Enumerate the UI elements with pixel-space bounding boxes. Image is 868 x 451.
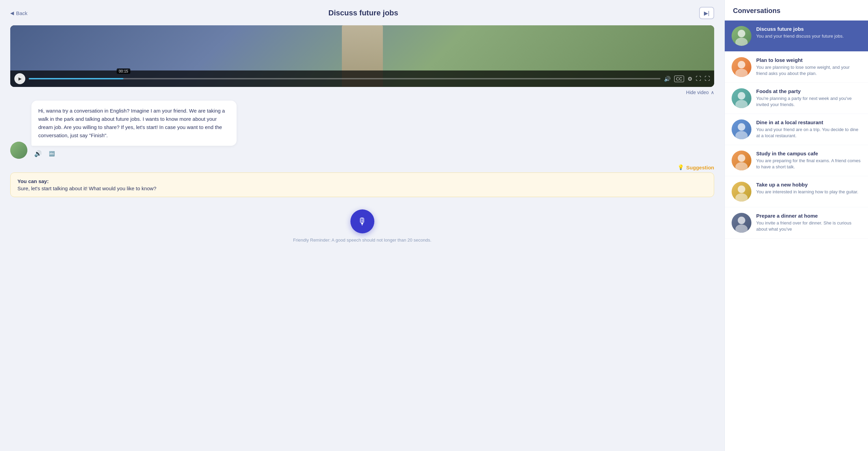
message-bubble: Hi, wanna try a conversation in English?… <box>31 101 237 146</box>
conv-desc: You are preparing for the final exams. A… <box>756 158 861 170</box>
conv-text: Study in the campus cafe You are prepari… <box>756 151 861 170</box>
message-content: Hi, wanna try a conversation in English?… <box>31 101 237 159</box>
conversation-item[interactable]: Plan to lose weight You are planning to … <box>725 52 868 83</box>
conv-desc: You are planning to lose some weight, an… <box>756 64 861 77</box>
conv-text: Dine in at a local restaurant You and yo… <box>756 119 861 139</box>
can-say-label: You can say: <box>17 178 707 184</box>
hide-video-label: Hide video <box>686 90 709 95</box>
conv-desc: You and your friend discuss your future … <box>756 33 861 39</box>
fullscreen-icon[interactable]: ⛶ <box>705 76 710 82</box>
svg-point-12 <box>738 217 745 224</box>
conv-title: Discuss future jobs <box>756 26 861 32</box>
sidebar: Conversations Discuss future jobs You an… <box>724 0 868 451</box>
settings-icon[interactable]: ⚙ <box>687 76 692 82</box>
video-controls: ▶ 00:15 🔊 CC ⚙ ⛶ ⛶ <box>10 70 714 87</box>
chat-area: Hi, wanna try a conversation in English?… <box>10 101 714 444</box>
conv-title: Study in the campus cafe <box>756 151 861 156</box>
svg-point-10 <box>738 185 745 193</box>
sidebar-toggle-button[interactable]: ▶| <box>699 7 714 19</box>
conv-title: Dine in at a local restaurant <box>756 119 861 125</box>
conv-title: Foods at the party <box>756 88 861 94</box>
conversation-item[interactable]: Prepare a dinner at home You invite a fr… <box>725 207 868 239</box>
play-button[interactable]: ▶ <box>14 73 25 84</box>
message-actions: 🔊 🔤 <box>31 149 237 159</box>
conv-desc: You are interested in learning how to pl… <box>756 189 861 195</box>
suggestion-section: 💡 Suggestion You can say: Sure, let's st… <box>10 164 714 197</box>
avatar <box>732 26 751 46</box>
video-player: ▶ 00:15 🔊 CC ⚙ ⛶ ⛶ <box>10 25 714 87</box>
header: ◀ Back Discuss future jobs ▶| <box>10 7 714 19</box>
theater-icon[interactable]: ⛶ <box>696 76 701 82</box>
conversation-item[interactable]: Study in the campus cafe You are prepari… <box>725 145 868 176</box>
conversation-item[interactable]: Foods at the party You're planning a par… <box>725 83 868 114</box>
conv-title: Prepare a dinner at home <box>756 213 861 219</box>
conv-text: Discuss future jobs You and your friend … <box>756 26 861 39</box>
back-label: Back <box>16 10 27 16</box>
video-control-icons: 🔊 CC ⚙ ⛶ ⛶ <box>664 76 710 82</box>
captions-icon[interactable]: CC <box>674 76 684 82</box>
svg-point-8 <box>738 154 745 162</box>
svg-point-1 <box>735 38 748 46</box>
conv-desc: You invite a friend over for dinner. She… <box>756 220 861 232</box>
bulb-icon: 💡 <box>678 164 684 170</box>
panel-icon: ▶| <box>704 10 709 16</box>
conversation-item[interactable]: Take up a new hobby You are interested i… <box>725 176 868 207</box>
conversation-item[interactable]: Dine in at a local restaurant You and yo… <box>725 114 868 145</box>
reminder-text: Friendly Reminder: A good speech should … <box>293 237 431 243</box>
microphone-button[interactable]: 🎙 <box>350 209 374 233</box>
page-title: Discuss future jobs <box>27 9 699 17</box>
conv-text: Take up a new hobby You are interested i… <box>756 182 861 195</box>
translate-icon[interactable]: 🔤 <box>46 149 57 159</box>
conversation-list: Discuss future jobs You and your friend … <box>725 21 868 239</box>
time-tooltip: 00:15 <box>117 68 130 74</box>
avatar <box>732 213 751 233</box>
chevron-left-icon: ◀ <box>10 10 14 16</box>
svg-point-3 <box>735 69 748 77</box>
chevron-up-icon: ∧ <box>711 90 714 95</box>
svg-point-6 <box>738 123 745 131</box>
svg-point-0 <box>738 30 745 37</box>
avatar <box>732 57 751 77</box>
svg-point-5 <box>735 100 748 108</box>
back-button[interactable]: ◀ Back <box>10 10 27 16</box>
suggestion-label: Suggestion <box>686 165 714 170</box>
progress-bar[interactable]: 00:15 <box>29 78 660 79</box>
conv-text: Prepare a dinner at home You invite a fr… <box>756 213 861 232</box>
avatar <box>10 142 27 159</box>
svg-point-9 <box>735 162 748 170</box>
suggestion-bubble: You can say: Sure, let's start talking a… <box>10 172 714 197</box>
svg-point-4 <box>738 92 745 100</box>
conv-title: Plan to lose weight <box>756 57 861 63</box>
avatar <box>732 182 751 202</box>
hide-video-bar[interactable]: Hide video ∧ <box>10 90 714 95</box>
mic-section: 🎙 Friendly Reminder: A good speech shoul… <box>10 203 714 246</box>
suggestion-text: Sure, let's start talking about it! What… <box>17 185 707 191</box>
message-text: Hi, wanna try a conversation in English?… <box>38 108 225 138</box>
speaker-icon[interactable]: 🔊 <box>33 149 43 159</box>
conv-title: Take up a new hobby <box>756 182 861 188</box>
conv-desc: You and your friend are on a trip. You d… <box>756 127 861 139</box>
conv-text: Plan to lose weight You are planning to … <box>756 57 861 77</box>
progress-fill <box>29 78 123 79</box>
avatar <box>732 119 751 139</box>
conv-desc: You're planning a party for next week an… <box>756 95 861 108</box>
svg-point-7 <box>735 131 748 139</box>
svg-point-13 <box>735 224 748 233</box>
suggestion-header: 💡 Suggestion <box>10 164 714 170</box>
svg-point-11 <box>735 193 748 202</box>
conv-text: Foods at the party You're planning a par… <box>756 88 861 108</box>
ai-message: Hi, wanna try a conversation in English?… <box>10 101 714 159</box>
volume-icon[interactable]: 🔊 <box>664 76 671 82</box>
avatar <box>732 151 751 170</box>
main-content: ◀ Back Discuss future jobs ▶| ▶ 00:15 🔊 … <box>0 0 724 451</box>
avatar <box>732 88 751 108</box>
sidebar-title: Conversations <box>725 0 868 21</box>
conversation-item[interactable]: Discuss future jobs You and your friend … <box>725 21 868 52</box>
svg-point-2 <box>738 61 745 68</box>
